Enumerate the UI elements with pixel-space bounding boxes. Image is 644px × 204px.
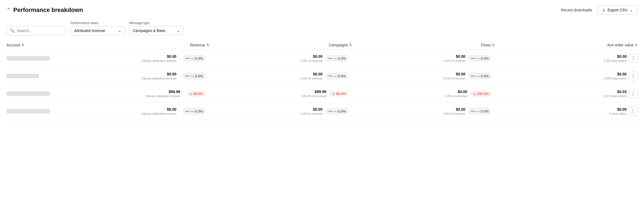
account-cell [7,91,66,96]
dash-icon: — [185,109,190,114]
table-header: Account ⇅ Revenue ⇅ Campaigns ⇅ Flows ⇅ … [7,43,637,50]
sort-icon-account[interactable]: ⇅ [21,43,24,47]
revenue-badge: — — 0.0% [182,55,206,62]
ave-order-cell: $0.03 2,872 total orders ︙ [495,89,637,98]
sort-icon-campaigns[interactable]: ⇅ [349,43,352,47]
campaigns-badge: ↘ 98.3% [329,91,349,97]
sort-icon-revenue[interactable]: ⇅ [206,43,209,47]
account-name-placeholder [7,56,50,60]
revenue-values: $0.00 Klaviyo attributed revenue [142,72,180,80]
dash-icon: — [471,56,475,61]
flows-badge: — — 0.0% [468,108,491,115]
campaigns-sub: 0.0% of revenue [301,112,323,115]
ave-value: $0.03 [617,90,627,94]
table-row: $0.00 Klaviyo attributed revenue — — 0.0… [7,103,637,120]
revenue-cell: $0.00 Klaviyo attributed revenue — — 0.0… [66,72,209,80]
col-flows: Flows ⇅ [352,43,495,47]
account-name-placeholder [7,74,39,78]
campaigns-sub: 100.0% of revenue [301,94,326,98]
export-csv-button[interactable]: ⤓ Export CSV ⌄ [598,5,637,15]
account-cell [7,56,66,60]
dash-icon: — [328,74,332,78]
revenue-cell: $0.00 Klaviyo attributed revenue — — 0.0… [66,54,209,62]
campaigns-values: $99.99 100.0% of revenue [301,90,326,98]
row-more-button[interactable]: ︙ [629,107,637,116]
ave-order-cell: $0.00 1,456 total orders ︙ [495,72,637,80]
flows-cell: $0.00 0.0% of revenue ↘ 100.0% [352,90,495,98]
performance-views-dropdown[interactable]: Attributed revenue ⌄ [71,26,125,35]
revenue-sub: Klaviyo attributed revenue [142,77,176,80]
campaigns-values: $0.00 0.0% of revenue [301,54,323,62]
dash-icon: — [328,56,332,61]
campaigns-sub: 0.0% of revenue [301,77,323,80]
row-more-button[interactable]: ︙ [629,89,637,98]
table-body: $0.00 Klaviyo attributed revenue — — 0.0… [7,50,637,120]
revenue-sub: Klaviyo attributed revenue [146,94,180,98]
revenue-values: $0.00 Klaviyo attributed revenue [142,54,180,62]
flows-values: $0.00 0.0% of revenue [444,107,465,115]
account-cell [7,109,66,113]
sort-icon-ave[interactable]: ⇅ [635,43,637,47]
table-row: $0.00 Klaviyo attributed revenue — — 0.0… [7,50,637,67]
revenue-sub: Klaviyo attributed revenue [142,112,176,115]
campaigns-badge: — — 0.0% [325,55,349,62]
col-campaigns: Campaigns ⇅ [209,43,352,47]
ave-value: $0.00 [617,72,627,76]
flows-values: $0.00 0.0% of revenue [444,72,465,80]
ave-sub: 1,456 total orders [603,77,627,80]
dash-icon: — [185,56,190,61]
ave-values: $0.00 0 total orders [609,107,627,115]
flows-badge: — — 0.0% [468,55,491,62]
campaigns-cell: $0.00 0.0% of revenue — — 0.0% [209,107,352,115]
ave-values: $0.00 1,352 total orders [603,54,627,62]
revenue-sub: Klaviyo attributed revenue [142,59,176,62]
search-input[interactable] [17,28,63,33]
flows-value: $0.00 [456,54,465,59]
revenue-value: $0.00 [167,54,176,59]
flows-sub: 0.0% of revenue [444,112,465,115]
flows-value: $0.00 [456,107,465,111]
revenue-value: $0.00 [167,72,176,76]
arrow-down-icon: ↘ [473,92,476,96]
flows-cell: $0.00 0.0% of revenue — — 0.0% [352,54,495,62]
flows-sub: 0.0% of revenue [444,77,465,80]
flows-badge: ↘ 100.0% [470,91,491,97]
revenue-value: $99.99 [169,90,180,94]
download-icon: ⤓ [602,8,605,12]
arrow-down-icon: ↘ [332,92,335,96]
revenue-badge: ↘ 98.6% [186,91,206,97]
message-type-label: Message type [129,21,184,25]
row-more-button[interactable]: ︙ [629,72,637,80]
row-more-button[interactable]: ︙ [629,54,637,63]
page-title: Performance breakdown [13,7,83,14]
flows-sub: 0.0% of revenue [444,59,465,62]
flows-value: $0.00 [458,90,467,94]
campaigns-cell: $99.99 100.0% of revenue ↘ 98.3% [209,90,352,98]
recent-downloads-link[interactable]: Recent downloads [561,8,592,12]
revenue-values: $99.99 Klaviyo attributed revenue [146,90,184,98]
table-row: $99.99 Klaviyo attributed revenue ↘ 98.6… [7,85,637,103]
ave-sub: 2,872 total orders [603,94,627,98]
ave-order-cell: $0.00 0 total orders ︙ [495,107,637,116]
collapse-icon[interactable]: ⌃ [7,7,11,13]
campaigns-value: $0.00 [313,72,323,76]
ave-values: $0.00 1,456 total orders [603,72,627,80]
ave-value: $0.00 [617,107,627,111]
ave-sub: 1,352 total orders [603,59,627,62]
account-cell [7,74,66,78]
revenue-value: $0.00 [167,107,176,111]
col-ave-order: Ave order value ⇅ [495,43,637,47]
campaigns-badge: — — 0.0% [325,72,349,79]
search-box[interactable]: 🔍 [7,26,66,35]
col-account: Account ⇅ [7,43,66,47]
message-type-dropdown[interactable]: Campaigns & flows ⌄ [129,26,184,35]
chevron-down-icon: ⌄ [177,28,180,33]
sort-icon-flows[interactable]: ⇅ [492,43,495,47]
flows-values: $0.00 0.0% of revenue [444,54,465,62]
dash-icon: — [185,74,190,78]
ave-sub: 0 total orders [609,112,627,115]
dash-icon: — [471,109,475,114]
col-revenue: Revenue ⇅ [66,43,209,47]
ave-value: $0.00 [617,54,627,59]
campaigns-sub: 0.0% of revenue [301,59,323,62]
